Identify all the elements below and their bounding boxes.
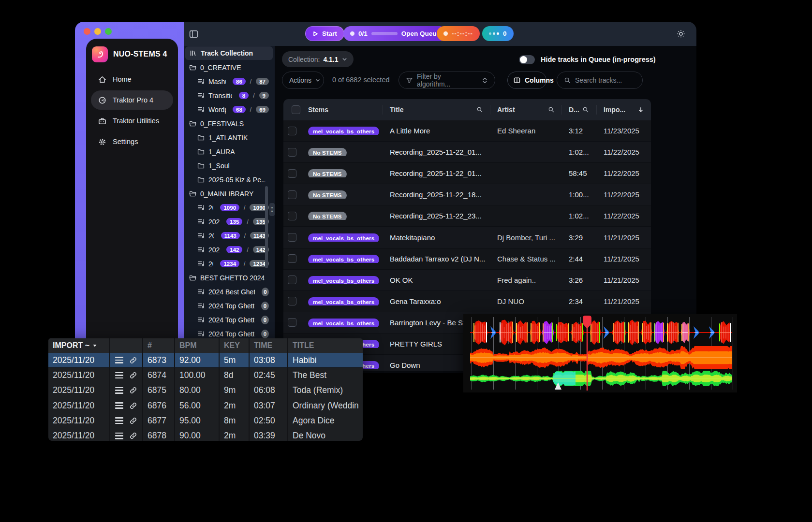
tree-row[interactable]: 0_CREATIVE bbox=[184, 60, 275, 74]
search-column-icon[interactable] bbox=[548, 106, 555, 113]
start-button[interactable]: Start bbox=[305, 26, 344, 41]
track-row[interactable]: mel_vocals_bs_others Baddadan Tarraxo v2… bbox=[283, 248, 651, 270]
import-date: 2025/11/20 bbox=[48, 368, 110, 382]
tree-row[interactable]: 2025-05 Kiz & Pe... bbox=[184, 173, 275, 187]
tree-row[interactable]: 2025-06 1143 / 1143 bbox=[184, 229, 275, 243]
column-header-stems[interactable]: Stems bbox=[301, 99, 383, 120]
collection-version-dropdown[interactable]: Collection: 4.1.1 bbox=[282, 51, 354, 67]
row-checkbox[interactable] bbox=[288, 148, 296, 157]
link-icon[interactable] bbox=[129, 402, 137, 410]
waveform-canvas[interactable] bbox=[463, 314, 737, 392]
tree-row[interactable]: Wordplays 68 / 69 bbox=[184, 102, 275, 116]
row-checkbox[interactable] bbox=[288, 127, 296, 135]
link-icon[interactable] bbox=[129, 432, 137, 440]
search-input[interactable]: Search tracks... bbox=[557, 72, 643, 89]
column-header-title[interactable]: Title bbox=[383, 99, 490, 120]
link-icon[interactable] bbox=[129, 417, 137, 425]
import-header-icons[interactable] bbox=[110, 338, 143, 353]
hamburger-icon[interactable] bbox=[115, 387, 123, 394]
sort-down-icon[interactable] bbox=[637, 106, 644, 113]
import-row[interactable]: 2025/11/20 6878 90.00 2m 03:39 De Novo bbox=[48, 428, 363, 441]
tree-row[interactable]: 2024 Top Ghett... 0 bbox=[184, 313, 275, 327]
track-row[interactable]: No STEMS Recording_2025-11-22_01... 1:02… bbox=[283, 142, 651, 163]
import-sort-header[interactable]: IMPORT ~ bbox=[48, 338, 110, 353]
row-checkbox[interactable] bbox=[288, 276, 296, 284]
search-column-icon[interactable] bbox=[582, 106, 589, 113]
panel-toggle-icon[interactable] bbox=[188, 28, 199, 40]
import-header-number[interactable]: # bbox=[143, 338, 175, 353]
track-row[interactable]: No STEMS Recording_2025-11-22_23... 1:02… bbox=[283, 205, 651, 227]
column-header-artist[interactable]: Artist bbox=[490, 99, 561, 120]
tree-row[interactable]: 2025-... 1090 / 1090 bbox=[184, 201, 275, 215]
hamburger-icon[interactable] bbox=[115, 417, 123, 424]
tree-row[interactable]: 2024 Top Ghett... 0 bbox=[184, 299, 275, 313]
tree-scrollbar[interactable] bbox=[265, 186, 268, 268]
timer-pill[interactable]: --:--:-- bbox=[437, 26, 480, 41]
search-column-icon[interactable] bbox=[476, 106, 483, 113]
columns-button[interactable]: Columns bbox=[507, 72, 546, 89]
tree-items: 0_CREATIVE Mashup 1 86 bbox=[184, 60, 275, 341]
import-row[interactable]: 2025/11/20 6874 100.00 8d 02:45 The Best bbox=[48, 368, 363, 383]
row-checkbox[interactable] bbox=[288, 254, 296, 263]
track-row[interactable]: No STEMS Recording_2025-11-22_18... 1:00… bbox=[283, 184, 651, 205]
tree-row[interactable]: 1_ATLANTIK bbox=[184, 130, 275, 145]
hamburger-icon[interactable] bbox=[115, 433, 123, 439]
tree-row[interactable]: Mashup 1 86 / 87 bbox=[184, 74, 275, 88]
brightness-icon[interactable] bbox=[675, 28, 687, 40]
tree-row[interactable]: 0_FESTIVALS bbox=[184, 116, 275, 130]
hamburger-icon[interactable] bbox=[115, 402, 123, 409]
import-header-time[interactable]: TIME bbox=[250, 338, 288, 353]
actions-dropdown[interactable]: Actions bbox=[282, 72, 324, 89]
link-icon[interactable] bbox=[129, 371, 137, 379]
select-all-checkbox[interactable] bbox=[292, 105, 300, 114]
hamburger-icon[interactable] bbox=[115, 357, 123, 363]
track-row[interactable]: No STEMS Recording_2025-11-22_01... 58:4… bbox=[283, 163, 651, 184]
total-count-badge: 69 bbox=[256, 106, 269, 113]
sidebar-nav-item[interactable]: Settings bbox=[91, 132, 173, 151]
track-row[interactable]: mel_vocals_bs_others Gena Taraxxa:o DJ N… bbox=[283, 291, 651, 312]
sidebar-nav-item[interactable]: Traktor Pro 4 bbox=[91, 90, 173, 110]
row-checkbox[interactable] bbox=[288, 212, 296, 220]
link-icon[interactable] bbox=[129, 356, 137, 364]
tree-row[interactable]: 0_MAINLIBRARY bbox=[184, 187, 275, 201]
track-collection-item[interactable]: Track Collection bbox=[185, 46, 273, 60]
row-checkbox[interactable] bbox=[288, 297, 296, 305]
sidebar-nav-item[interactable]: Home bbox=[91, 70, 173, 89]
row-checkbox[interactable] bbox=[288, 190, 296, 199]
track-row[interactable]: mel_vocals_bs_others Matekitapiano Dj Bo… bbox=[283, 227, 651, 248]
row-checkbox[interactable] bbox=[288, 318, 296, 327]
tree-row[interactable]: Transitions 8 / 9 bbox=[184, 88, 275, 102]
tree-row[interactable]: 2024 Best Ghett... 0 bbox=[184, 285, 275, 299]
minimize-window-button[interactable] bbox=[94, 28, 101, 35]
hide-queue-toggle[interactable] bbox=[519, 55, 535, 64]
tree-row[interactable]: 1_AURA bbox=[184, 145, 275, 159]
filter-dropdown[interactable]: Filter by algorithm... bbox=[399, 72, 495, 89]
link-icon[interactable] bbox=[129, 386, 137, 394]
tree-row[interactable]: BEST GHETTO 2024 bbox=[184, 271, 275, 285]
open-queue-button[interactable]: 0/1 Open Queue bbox=[343, 26, 447, 41]
panel-resize-handle[interactable]: ⣿ bbox=[269, 203, 275, 216]
counter-pill[interactable]: 0 bbox=[482, 26, 514, 41]
import-row[interactable]: 2025/11/20 6875 80.00 9m 06:08 Toda (Rem… bbox=[48, 383, 363, 398]
sidebar-nav-item[interactable]: Traktor Utilities bbox=[91, 111, 173, 130]
import-row[interactable]: 2025/11/20 6877 95.00 8m 02:50 Agora Dic… bbox=[48, 413, 363, 428]
import-header-bpm[interactable]: BPM bbox=[175, 338, 220, 353]
close-window-button[interactable] bbox=[84, 28, 90, 35]
import-header-title[interactable]: TITLE bbox=[288, 338, 363, 353]
import-row[interactable]: 2025/11/20 6876 56.00 2m 03:07 Ordinary … bbox=[48, 398, 363, 413]
tree-row[interactable]: 2025-04 ... 135 / 135 bbox=[184, 215, 275, 229]
column-header-duration[interactable]: D... bbox=[561, 99, 596, 120]
row-checkbox[interactable] bbox=[288, 169, 296, 178]
tree-row[interactable]: 1_Soul bbox=[184, 159, 275, 173]
track-row[interactable]: mel_vocals_bs_others OK OK Fred again.. … bbox=[283, 270, 651, 291]
tree-row[interactable]: 2025-11... 1234 / 1234 bbox=[184, 257, 275, 271]
import-row[interactable]: 2025/11/20 6873 92.00 5m 03:08 Habibi bbox=[48, 353, 363, 368]
tree-label: 2025-... bbox=[208, 204, 213, 212]
hamburger-icon[interactable] bbox=[115, 372, 123, 379]
tree-row[interactable]: 2025-06 ... 142 / 142 bbox=[184, 243, 275, 257]
zoom-window-button[interactable] bbox=[105, 28, 112, 35]
row-checkbox[interactable] bbox=[288, 233, 296, 242]
import-header-key[interactable]: KEY bbox=[220, 338, 250, 353]
column-header-imported[interactable]: Impo... bbox=[596, 99, 651, 120]
track-row[interactable]: mel_vocals_bs_others A Little More Ed Sh… bbox=[283, 120, 651, 142]
